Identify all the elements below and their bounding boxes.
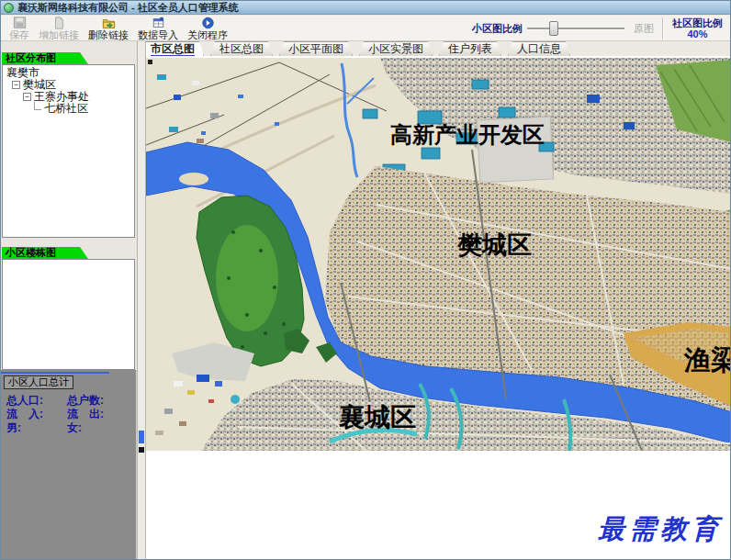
small-map-scale-label: 小区图比例 — [472, 22, 523, 36]
delete-link-icon — [102, 17, 116, 29]
toolbar: 保存 增加链接 删除链接 数据导入 关闭程序 小区图比 — [1, 16, 730, 41]
add-link-icon — [52, 17, 65, 29]
panel-accent-line — [1, 372, 109, 374]
collapse-icon[interactable]: − — [12, 81, 20, 89]
tree-connector — [34, 102, 41, 110]
tab-label: 社区总图 — [219, 42, 264, 55]
total-population-label: 总人口: — [6, 394, 67, 408]
delete-link-button[interactable]: 删除链接 — [84, 16, 133, 40]
tab-city-overview[interactable]: 市区总图 — [141, 41, 204, 56]
delete-link-label: 删除链接 — [88, 30, 129, 40]
tab-label: 市区总图 — [151, 42, 195, 57]
save-label: 保存 — [9, 30, 29, 40]
splitter-thumb[interactable] — [139, 431, 144, 443]
splitter-handle[interactable] — [139, 447, 144, 453]
save-button[interactable]: 保存 — [5, 16, 34, 40]
city-map-image[interactable] — [146, 58, 730, 451]
tree-node-community[interactable]: 七桥社区 — [5, 103, 134, 115]
tab-population-info[interactable]: 人口信息 — [508, 41, 570, 56]
population-stats: 总人口: 总户数: 流 入: 流 出: 男: 女: — [6, 394, 134, 435]
tab-label: 人口信息 — [517, 42, 561, 55]
close-program-icon — [201, 17, 215, 29]
map-label-yuliangzhou: 渔梁洲 — [684, 342, 730, 379]
slider-thumb[interactable] — [549, 21, 558, 36]
app-window: 襄沃斯网络科技有限公司 - 社区全员人口管理系统 保存 增加链接 删除链接 数 — [0, 0, 731, 560]
community-scale-group: 社区图比例 40% — [672, 17, 723, 39]
tab-community-overview[interactable]: 社区总图 — [210, 41, 273, 56]
data-import-icon — [152, 17, 165, 29]
collapse-icon[interactable]: − — [23, 93, 31, 101]
inflow-label: 流 入: — [6, 408, 67, 421]
community-scale-label: 社区图比例 — [672, 17, 723, 28]
map-label-hitech-zone: 高新产业开发区 — [390, 120, 545, 150]
sidebar: 社区分布图 襄樊市 − 樊城区 − 王寨办事处 七桥社区 — [1, 41, 137, 559]
outflow-label: 流 出: — [67, 408, 104, 421]
male-label: 男: — [6, 421, 67, 435]
community-scale-value: 40% — [687, 28, 707, 39]
add-link-label: 增加链接 — [39, 30, 79, 40]
save-icon — [13, 17, 27, 29]
data-import-button[interactable]: 数据导入 — [133, 16, 183, 40]
tab-community-photo[interactable]: 小区实景图 — [359, 41, 433, 56]
map-area[interactable]: 高新产业开发区 樊城区 襄城区 渔梁洲 最需教育 — [146, 56, 730, 559]
population-total-header: 小区人口总计 — [4, 375, 73, 389]
window-title: 襄沃斯网络科技有限公司 - 社区全员人口管理系统 — [17, 1, 239, 15]
building-map-panel[interactable] — [2, 259, 135, 370]
slider-track — [527, 28, 624, 30]
tab-community-plan[interactable]: 小区平面图 — [279, 41, 353, 56]
toolbar-separator — [662, 17, 664, 39]
small-map-scale-slider[interactable] — [527, 19, 624, 38]
building-map-header: 小区楼栋图 — [2, 247, 88, 259]
close-program-button[interactable]: 关闭程序 — [183, 16, 232, 40]
original-image-label: 原图 — [634, 22, 654, 36]
vertical-splitter[interactable] — [137, 41, 146, 559]
community-distribution-header: 社区分布图 — [2, 52, 88, 64]
tab-label: 小区实景图 — [368, 42, 423, 55]
community-tree-panel[interactable]: 襄樊市 − 樊城区 − 王寨办事处 七桥社区 — [2, 64, 135, 238]
toolbar-scale-controls: 小区图比例 原图 社区图比例 40% — [472, 16, 727, 41]
tab-resident-list[interactable]: 住户列表 — [439, 41, 501, 56]
add-link-button[interactable]: 增加链接 — [34, 16, 84, 40]
tab-label: 住户列表 — [448, 42, 492, 55]
watermark-text: 最需教育 — [598, 511, 723, 548]
total-households-label: 总户数: — [67, 394, 104, 408]
female-label: 女: — [67, 421, 82, 435]
population-stats-panel: 小区人口总计 总人口: 总户数: 流 入: 流 出: 男: 女: — [1, 370, 137, 559]
community-tree: 襄樊市 − 樊城区 − 王寨办事处 七桥社区 — [3, 65, 134, 115]
title-bar: 襄沃斯网络科技有限公司 - 社区全员人口管理系统 — [1, 1, 730, 15]
tree-node-label: 七桥社区 — [44, 103, 88, 115]
data-import-label: 数据导入 — [138, 30, 178, 40]
map-label-xiangcheng: 襄城区 — [339, 400, 416, 435]
close-program-label: 关闭程序 — [187, 30, 228, 40]
map-label-fancheng: 樊城区 — [457, 229, 532, 262]
tab-label: 小区平面图 — [288, 42, 343, 55]
tab-bar: 市区总图 社区总图 小区平面图 小区实景图 住户列表 人口信息 — [140, 41, 730, 56]
app-icon — [4, 3, 14, 13]
